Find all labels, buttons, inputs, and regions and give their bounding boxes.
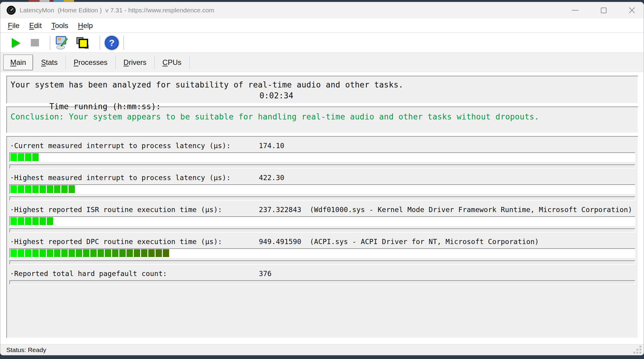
maximize-icon: [601, 8, 607, 13]
play-icon: [12, 38, 20, 48]
toolbar-separator: [50, 36, 50, 50]
menu-item-help[interactable]: Help: [75, 20, 96, 31]
latency-bar: [9, 248, 635, 258]
start-monitor-button[interactable]: [12, 38, 20, 48]
stat-label: ·Highest reported ISR routine execution …: [9, 206, 222, 214]
latency-bar-segment: [61, 249, 68, 257]
latency-bar-segment: [40, 185, 46, 193]
stat-value: 949.491590 (ACPI.sys - ACPI Driver for N…: [259, 237, 539, 246]
tab-cpus[interactable]: CPUs: [155, 55, 189, 70]
window-title: LatencyMon (Home Edition ) v 7.31 - http…: [20, 7, 214, 14]
latency-bar-segment: [54, 185, 60, 193]
latency-bar-segment: [40, 217, 46, 225]
latency-bar-segment: [32, 185, 39, 193]
latency-bar-segment: [47, 185, 53, 193]
latency-bar-segment: [11, 185, 17, 193]
latency-bar-segment: [90, 249, 97, 257]
tab-separator: [189, 56, 190, 69]
latency-bar-segment: [11, 217, 17, 225]
stat-value: 422.30: [259, 173, 284, 182]
latency-bar-segment: [47, 249, 53, 257]
tab-processes[interactable]: Processes: [66, 55, 115, 70]
stop-monitor-button[interactable]: [31, 39, 39, 46]
latency-bar-segment: [54, 249, 60, 257]
toolbar-separator: [124, 36, 124, 50]
latency-bar-segment: [47, 217, 53, 225]
latencymon-window: LatencyMon (Home Edition ) v 7.31 - http…: [0, 2, 644, 355]
toolbar: ?: [0, 33, 644, 53]
close-icon: [629, 7, 635, 14]
menu-item-edit[interactable]: Edit: [26, 20, 45, 31]
time-running-label: Time running (h:mm:ss):: [49, 102, 161, 111]
latency-bar-segment: [25, 249, 31, 257]
latency-bar-segment: [69, 249, 75, 257]
tab-drivers[interactable]: Drivers: [116, 55, 154, 70]
latency-bar-segment: [32, 153, 39, 161]
stat-row: ·Reported total hard pagefault count:376: [9, 269, 635, 284]
latency-bar-segment: [105, 249, 111, 257]
layered-squares-icon: [76, 36, 90, 50]
stat-row: ·Highest measured interrupt to process l…: [9, 173, 635, 201]
empty-trough: [9, 280, 635, 284]
stat-label: ·Current measured interrupt to process l…: [9, 142, 230, 150]
latency-bar-segment: [11, 249, 17, 257]
menu-item-file[interactable]: File: [5, 20, 23, 31]
minimize-icon: [572, 10, 578, 11]
monitor-paintbrush-icon: [54, 36, 69, 50]
menu-bar: FileEditToolsHelp: [0, 18, 644, 33]
latency-bar-segment: [127, 249, 133, 257]
stat-row: ·Highest reported DPC routine execution …: [9, 237, 635, 265]
stat-row: ·Current measured interrupt to process l…: [9, 141, 635, 169]
maximize-button[interactable]: [597, 4, 610, 17]
latency-bar-segment: [83, 249, 89, 257]
help-button[interactable]: ?: [105, 36, 119, 50]
stat-row: ·Highest reported ISR routine execution …: [9, 205, 635, 233]
stat-label: ·Reported total hard pagefault count:: [9, 270, 167, 278]
latency-bar-segment: [156, 249, 162, 257]
latency-bar-segment: [61, 185, 68, 193]
latency-bar-segment: [119, 249, 126, 257]
latency-bar-segment: [18, 185, 24, 193]
tab-bar: MainStatsProcessesDriversCPUs: [0, 53, 644, 72]
menu-item-tools[interactable]: Tools: [48, 20, 72, 31]
latency-bar-segment: [11, 153, 17, 161]
tab-main[interactable]: Main: [3, 55, 33, 70]
latency-bar: [9, 152, 635, 162]
minimize-button[interactable]: [569, 4, 581, 17]
stop-icon: [31, 39, 39, 46]
analysis-box: Your system has been analyzed for suitab…: [6, 76, 638, 103]
empty-trough: [9, 164, 635, 169]
latency-bar: [9, 216, 635, 226]
latency-bar-segment: [18, 217, 24, 225]
toolbar-separator: [100, 36, 100, 50]
stat-value: 237.322843 (Wdf01000.sys - Kernel Mode D…: [259, 205, 632, 214]
empty-trough: [9, 260, 635, 265]
latency-bar-segment: [141, 249, 147, 257]
stat-label: ·Highest reported DPC routine execution …: [9, 238, 222, 246]
question-mark-icon: ?: [105, 36, 119, 50]
options-button[interactable]: [54, 36, 69, 50]
stat-label: ·Highest measured interrupt to process l…: [9, 174, 230, 182]
latency-bar-segment: [112, 249, 118, 257]
latency-bar-segment: [25, 153, 31, 161]
empty-trough: [9, 196, 635, 201]
latency-bar-segment: [69, 185, 75, 193]
resize-grip-icon[interactable]: [633, 346, 641, 354]
latency-bar-segment: [163, 249, 169, 257]
analysis-line: Your system has been analyzed for suitab…: [11, 79, 638, 90]
main-panel: Your system has been analyzed for suitab…: [0, 72, 644, 344]
latency-bar-segment: [98, 249, 104, 257]
tab-stats[interactable]: Stats: [33, 55, 66, 70]
stat-value: 376: [259, 269, 272, 278]
latency-bar: [9, 184, 635, 194]
stat-value: 174.10: [259, 141, 284, 150]
latency-bar-segment: [148, 249, 155, 257]
status-text: Status: Ready: [6, 346, 46, 354]
title-bar: LatencyMon (Home Edition ) v 7.31 - http…: [0, 2, 644, 18]
copy-report-button[interactable]: [76, 36, 90, 50]
latency-bar-segment: [134, 249, 140, 257]
close-button[interactable]: [626, 4, 638, 17]
time-running-value: 0:02:34: [259, 90, 293, 101]
latency-bar-segment: [25, 217, 31, 225]
latency-bar-segment: [18, 153, 24, 161]
